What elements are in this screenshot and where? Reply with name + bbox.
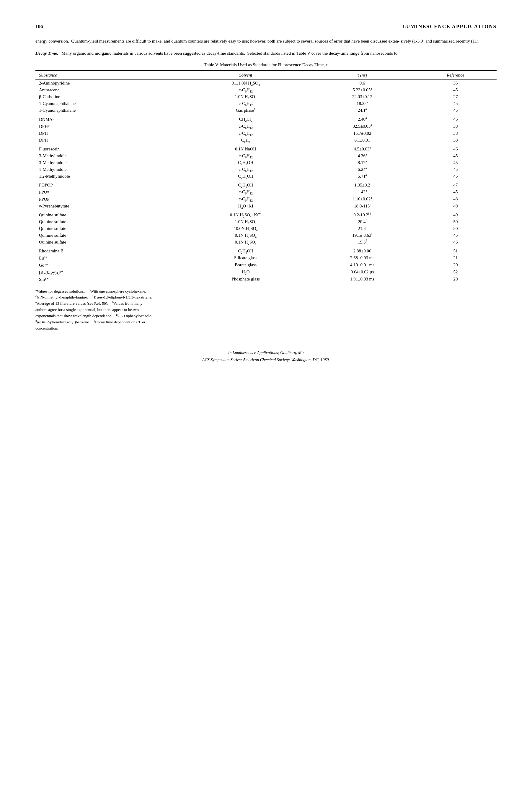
cell-solvent: C2H5OH (181, 180, 310, 188)
cell-substance: Fluorescein (35, 144, 181, 152)
cell-solvent: c-C6H12 (181, 123, 310, 130)
data-table: Substance Solvent τ (ns) Reference 2-Ami… (35, 70, 497, 283)
table-row: Quinine sulfate10.0N H2SO421.8f50 (35, 225, 497, 232)
cell-tau: 1.42a (310, 188, 415, 196)
page-number: 106 (35, 24, 43, 30)
cell-substance: Quinine sulfate (35, 232, 181, 239)
footnote-line-1: aValues for degassed solutions. bWith on… (35, 288, 497, 295)
cell-substance: DPH (35, 137, 181, 144)
table-row: DPHC6H66.1±0.0138 (35, 137, 497, 144)
table-row: Gd³⁺Borate glass4.10±0.01 ms20 (35, 261, 497, 269)
table-row: Quinine sulfate1.0N H2SO420.4f50 (35, 218, 497, 225)
cell-tau: 1.10±0.02a (310, 196, 415, 203)
cell-solvent: Phosphate glass (181, 276, 310, 283)
table-row: Fluorescein0.1N NaOH4.5±0.03e46 (35, 144, 497, 152)
cell-substance: Sm³⁺ (35, 276, 181, 283)
cell-solvent: C6H6 (181, 137, 310, 144)
cell-substance: Anthracene (35, 87, 181, 93)
footnote-line-4: authors agree for a single exponential, … (35, 307, 497, 313)
footnote-line-6: hp-Bis(2-phenylozazolyl)benzene. iDecay … (35, 319, 497, 325)
table-row: 1-CyanonaphthaleneGas phaseb24.1a45 (35, 107, 497, 114)
table-row: Anthracenec-C6H125.23±0.05a45 (35, 87, 497, 93)
cell-tau: 6.24a (310, 166, 415, 173)
cell-tau: 4.10±0.01 ms (310, 261, 415, 269)
cell-tau: 19.3f (310, 239, 415, 246)
cell-tau: 9.6 (310, 79, 415, 87)
cell-solvent: Silicate glass (181, 254, 310, 261)
cell-substance: DPH (35, 130, 181, 137)
cell-reference: 45 (415, 114, 497, 123)
cell-tau: 0.64±0.02 μs (310, 269, 415, 276)
cell-reference: 52 (415, 269, 497, 276)
footnotes: aValues for degassed solutions. bWith on… (35, 288, 497, 332)
cell-solvent: Gas phaseb (181, 107, 310, 114)
cell-solvent: 0.1N H2SO4+KCl (181, 210, 310, 218)
table-row: Rhodamine BC2H5OH2.88±0.0651 (35, 246, 497, 254)
cell-solvent: c-C6H12 (181, 100, 310, 107)
cell-reference: 35 (415, 79, 497, 87)
cell-reference: 45 (415, 100, 497, 107)
cell-reference: 46 (415, 144, 497, 152)
cell-tau: 5.23±0.05a (310, 87, 415, 93)
cell-substance: Gd³⁺ (35, 261, 181, 269)
cell-tau: 1.35±0.2 (310, 180, 415, 188)
table-row: 3-MethylindoleC2H5OH8.17a45 (35, 159, 497, 166)
table-row: Quinine sulfate0.1N H2SO4+KCl0.2-19.2f,i… (35, 210, 497, 218)
col-header-reference: Reference (415, 71, 497, 80)
table-row: γ-PyrenebutyrateH2O+KI18.0-115i49 (35, 203, 497, 210)
footnote-line-7: concentration. (35, 325, 497, 332)
cell-tau: 6.1±0.01 (310, 137, 415, 144)
table-header-row: Substance Solvent τ (ns) Reference (35, 71, 497, 80)
cell-reference: 49 (415, 210, 497, 218)
table-row: 1-Cyanonaphthalenec-C6H1218.23a45 (35, 100, 497, 107)
cell-reference: 27 (415, 93, 497, 100)
table-row: [Ru(bipy)₃]²⁺H2O0.64±0.02 μs52 (35, 269, 497, 276)
cell-substance: Quinine sulfate (35, 239, 181, 246)
col-header-substance: Substance (35, 71, 181, 80)
cell-substance: Quinine sulfate (35, 218, 181, 225)
cell-substance: DNMAᶜ (35, 114, 181, 123)
table-row: 1-Methylindolec-C6H126.24a45 (35, 166, 497, 173)
cell-reference: 50 (415, 218, 497, 225)
cell-tau: 15.7±0.02 (310, 130, 415, 137)
cell-tau: 4.36a (310, 152, 415, 159)
cell-tau: 24.1a (310, 107, 415, 114)
footnote-line-3: eAverage of 13 literature values (see Re… (35, 301, 497, 307)
cell-solvent: CH2Cl2 (181, 114, 310, 123)
cell-solvent: H2O+KI (181, 203, 310, 210)
cell-tau: 4.5±0.03e (310, 144, 415, 152)
cell-solvent: c-C6H12 (181, 130, 310, 137)
cell-substance: Quinine sulfate (35, 225, 181, 232)
cell-solvent: c-C6H12 (181, 87, 310, 93)
cell-tau: 32.5±0.05a (310, 123, 415, 130)
cell-reference: 20 (415, 261, 497, 269)
cell-solvent: C2H5OH (181, 246, 310, 254)
cell-tau: 18.23a (310, 100, 415, 107)
table-caption: Table V. Materials Used as Standards for… (35, 62, 497, 67)
cell-reference: 45 (415, 166, 497, 173)
cell-reference: 51 (415, 246, 497, 254)
cell-solvent: c-C6H12 (181, 196, 310, 203)
footnote-line-2: cN,N-dimethyl-1-naphthylamine. dTrans-1,… (35, 294, 497, 301)
cell-solvent: 0.1N H2SO4 (181, 232, 310, 239)
cell-reference: 21 (415, 254, 497, 261)
table-row: PPOᵍc-C6H121.42a45 (35, 188, 497, 196)
cell-tau: 20.4f (310, 218, 415, 225)
cell-reference: 45 (415, 232, 497, 239)
cell-solvent: 0.1,1.0N H2SO4 (181, 79, 310, 87)
cell-solvent: 0.1N NaOH (181, 144, 310, 152)
cell-tau: 19.1± 3.63f (310, 232, 415, 239)
footnote-line-5: exponentials that show wavelength depend… (35, 313, 497, 319)
cell-solvent: 0.1N H2SO4 (181, 239, 310, 246)
col-header-tau: τ (ns) (310, 71, 415, 80)
cell-solvent: 10.0N H2SO4 (181, 225, 310, 232)
cell-substance: Quinine sulfate (35, 210, 181, 218)
cell-tau: 1.91±0.03 ms (310, 276, 415, 283)
table-row: POPOPC2H5OH1.35±0.247 (35, 180, 497, 188)
cell-solvent: 1.0N H2SO4 (181, 93, 310, 100)
table-row: PPOPʰc-C6H121.10±0.02a48 (35, 196, 497, 203)
cell-solvent: Borate glass (181, 261, 310, 269)
cell-tau: 21.8f (310, 225, 415, 232)
cell-reference: 38 (415, 123, 497, 130)
table-row: 2-Aminopyridine0.1,1.0N H2SO49.635 (35, 79, 497, 87)
